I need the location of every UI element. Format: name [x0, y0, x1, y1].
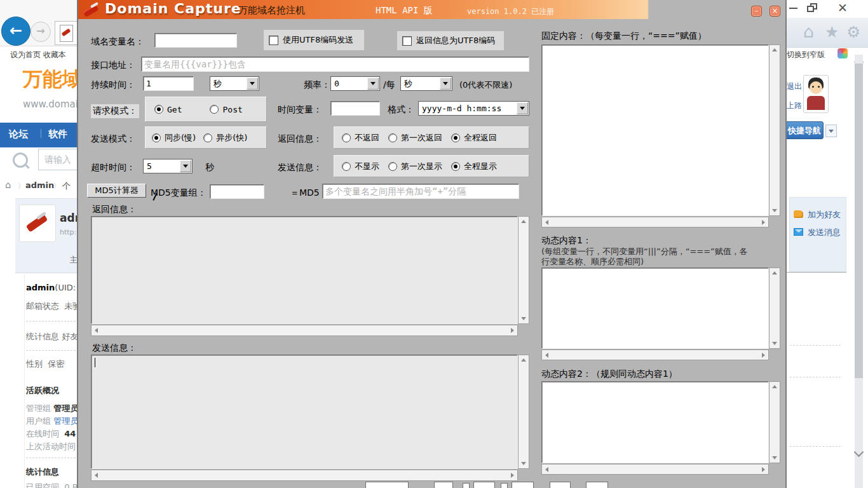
timeout-select[interactable]: 5	[143, 159, 193, 173]
quick-nav-dropdown[interactable]	[825, 125, 837, 137]
scroll-down-arrow-icon[interactable]	[772, 209, 777, 212]
combo-arrow-button[interactable]	[517, 102, 528, 114]
window-close-icon[interactable]: ✕	[836, 1, 849, 14]
dynamic1-vscrollbar[interactable]	[769, 268, 780, 349]
md5-group-input[interactable]	[210, 184, 264, 199]
clipped-input[interactable]	[365, 482, 409, 488]
avatar[interactable]	[19, 205, 56, 242]
app-close-button[interactable]: ×	[770, 6, 780, 17]
scroll-left-arrow-icon[interactable]	[545, 353, 548, 358]
display-none[interactable]: 不显示	[342, 161, 379, 172]
combo-arrow-button[interactable]	[180, 160, 191, 172]
send-mode-sync[interactable]: 同步(慢)	[152, 132, 196, 144]
logout-link[interactable]: 退出	[787, 81, 802, 92]
duration-input[interactable]	[143, 76, 194, 91]
duration-unit-select[interactable]: 秒	[210, 76, 259, 91]
radio-post[interactable]	[210, 105, 219, 114]
profile-road-link[interactable]: 上路	[787, 100, 802, 111]
fixed-content-textarea[interactable]	[541, 44, 769, 216]
nav-software[interactable]: 软件	[48, 128, 67, 140]
forward-button[interactable]: →	[31, 22, 51, 42]
scroll-right-arrow-icon[interactable]	[762, 467, 765, 472]
radio-no-display[interactable]	[342, 162, 351, 171]
scroll-left-arrow-icon[interactable]	[545, 220, 548, 225]
page-icon[interactable]	[55, 21, 78, 45]
profile-home-link[interactable]: 主	[70, 255, 78, 266]
scroll-left-arrow-icon[interactable]	[95, 328, 98, 333]
clipped-input[interactable]	[512, 482, 534, 488]
dynamic2-textarea[interactable]	[541, 381, 769, 463]
frequency-select[interactable]: 0	[330, 76, 380, 91]
clipped-input[interactable]	[473, 482, 495, 488]
scroll-down-arrow-icon[interactable]	[772, 342, 777, 345]
clipped-input[interactable]	[586, 482, 608, 488]
browser-scrollbar-thumb[interactable]	[855, 64, 863, 378]
breadcrumb-home-icon[interactable]: ⌂	[5, 179, 11, 191]
radio-all-return[interactable]	[451, 133, 460, 142]
format-select[interactable]: yyyy-m-d h:mm:ss	[418, 101, 529, 116]
utf8-return-checkbox[interactable]	[402, 36, 412, 46]
return-msg-textarea[interactable]	[91, 216, 518, 324]
clipped-checkbox[interactable]	[463, 483, 470, 488]
return-first[interactable]: 第一次返回	[388, 132, 442, 144]
api-address-input[interactable]	[141, 57, 529, 72]
scroll-right-arrow-icon[interactable]	[511, 473, 514, 478]
scroll-up-arrow-icon[interactable]	[521, 220, 526, 223]
back-button[interactable]: ←	[1, 17, 31, 46]
scroll-left-arrow-icon[interactable]	[545, 467, 548, 472]
radio-all-display[interactable]	[451, 162, 460, 171]
dynamic2-vscrollbar[interactable]	[769, 381, 780, 463]
window-restore-icon[interactable]	[807, 3, 818, 13]
home-icon[interactable]: ⌂	[803, 22, 814, 41]
radio-no-return[interactable]	[342, 133, 351, 142]
scroll-left-arrow-icon[interactable]	[95, 473, 98, 478]
combo-arrow-button[interactable]	[440, 78, 451, 90]
star-icon[interactable]: ★	[825, 23, 839, 41]
return-none[interactable]: 不返回	[342, 132, 379, 144]
md5-calculator-button[interactable]: MD5计算器	[87, 184, 146, 198]
theme-color-icon[interactable]	[837, 48, 848, 58]
clipped-checkbox[interactable]	[501, 483, 508, 488]
dynamic1-hscrollbar[interactable]	[541, 349, 769, 360]
combo-arrow-button[interactable]	[247, 78, 258, 90]
dynamic2-hscrollbar[interactable]	[541, 464, 769, 475]
user-group-link[interactable]: 管理员	[53, 416, 78, 426]
utf8-send-checkbox[interactable]	[269, 36, 278, 45]
return-msg-hscrollbar[interactable]	[91, 325, 518, 336]
user-avatar[interactable]	[803, 75, 829, 113]
profile-url[interactable]: http:	[60, 228, 76, 236]
return-all[interactable]: 全程返回	[451, 132, 497, 144]
send-message-link[interactable]: 发送消息	[808, 227, 841, 238]
request-mode-option-get[interactable]: Get	[154, 105, 182, 114]
scroll-up-arrow-icon[interactable]	[772, 385, 777, 388]
request-mode-option-post[interactable]: Post	[210, 105, 242, 114]
radio-async[interactable]	[203, 133, 212, 142]
send-mode-async[interactable]: 异步(快)	[203, 132, 247, 144]
send-msg-hscrollbar[interactable]	[91, 470, 518, 481]
radio-sync[interactable]	[152, 133, 161, 142]
send-msg-vscrollbar[interactable]	[518, 355, 529, 469]
display-all[interactable]: 全程显示	[451, 161, 497, 172]
window-minimize-icon[interactable]	[789, 8, 797, 9]
send-msg-textarea[interactable]	[91, 355, 518, 469]
scroll-up-arrow-icon[interactable]	[772, 48, 777, 51]
gear-icon[interactable]: ⚙	[846, 23, 860, 41]
scroll-down-arrow-icon[interactable]	[772, 456, 777, 459]
clipped-input[interactable]	[434, 482, 453, 488]
md5-vars-input[interactable]	[322, 184, 519, 199]
app-minimize-button[interactable]: －	[751, 6, 762, 17]
frequency-unit-select[interactable]: 秒	[400, 76, 452, 91]
fixed-content-vscrollbar[interactable]	[769, 44, 780, 216]
nav-forum[interactable]: 论坛	[9, 128, 28, 140]
time-var-input[interactable]	[330, 101, 380, 116]
search-input[interactable]: 请输入	[38, 149, 78, 170]
return-msg-vscrollbar[interactable]	[518, 216, 529, 324]
quick-nav-button[interactable]: 快捷导航	[785, 121, 824, 139]
clipped-input[interactable]	[550, 482, 571, 488]
domain-var-input[interactable]	[154, 33, 237, 48]
scroll-up-arrow-icon[interactable]	[521, 358, 526, 362]
dynamic1-textarea[interactable]	[541, 268, 769, 349]
scroll-down-arrow-icon[interactable]	[521, 317, 526, 320]
scroll-right-arrow-icon[interactable]	[762, 353, 765, 358]
display-first[interactable]: 第一次显示	[388, 161, 442, 172]
